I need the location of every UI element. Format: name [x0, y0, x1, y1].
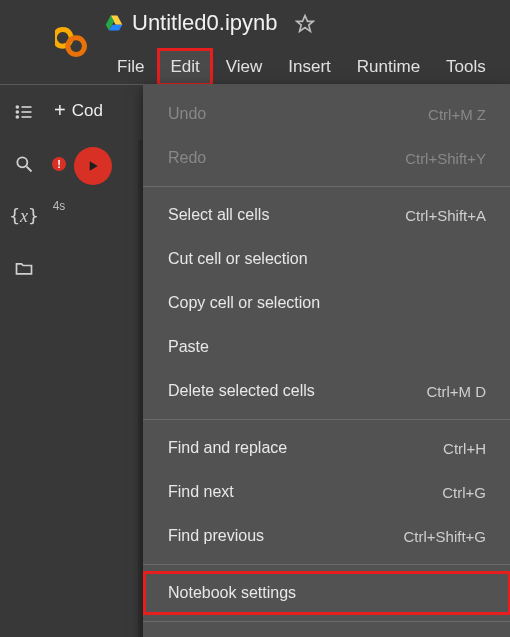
menu-copy[interactable]: Copy cell or selection	[143, 281, 510, 325]
menu-undo[interactable]: Undo Ctrl+M Z	[143, 92, 510, 136]
menu-select-all[interactable]: Select all cells Ctrl+Shift+A	[143, 193, 510, 237]
menu-redo[interactable]: Redo Ctrl+Shift+Y	[143, 136, 510, 180]
svg-point-2	[16, 111, 18, 113]
toc-icon[interactable]	[12, 100, 36, 124]
menu-paste[interactable]: Paste	[143, 325, 510, 369]
menu-clear-outputs[interactable]: Clear all outputs	[143, 628, 510, 637]
svg-marker-8	[296, 16, 313, 32]
cell-gutter: ! 4s	[48, 145, 138, 213]
drive-icon	[104, 13, 124, 33]
menu-tools[interactable]: Tools	[433, 48, 499, 86]
plus-icon: +	[54, 99, 66, 122]
menu-notebook-settings-label: Notebook settings	[168, 584, 296, 602]
exec-duration: 4s	[53, 199, 66, 213]
menu-notebook-settings[interactable]: Notebook settings	[143, 571, 510, 615]
svg-point-4	[16, 116, 18, 118]
menu-find-prev-label: Find previous	[168, 527, 264, 545]
menu-find-replace-label: Find and replace	[168, 439, 287, 457]
menu-find-replace-shortcut: Ctrl+H	[443, 440, 486, 457]
menu-help[interactable]: He	[499, 48, 510, 86]
menu-divider	[143, 419, 510, 420]
menu-undo-shortcut: Ctrl+M Z	[428, 106, 486, 123]
menu-find-replace[interactable]: Find and replace Ctrl+H	[143, 426, 510, 470]
svg-marker-9	[90, 161, 98, 170]
menu-redo-label: Redo	[168, 149, 206, 167]
error-indicator-icon[interactable]: !	[52, 157, 66, 171]
svg-line-7	[27, 167, 32, 172]
menu-undo-label: Undo	[168, 105, 206, 123]
menu-select-all-shortcut: Ctrl+Shift+A	[405, 207, 486, 224]
header: Untitled0.ipynb File Edit View Insert Ru…	[48, 0, 510, 84]
run-cell-button[interactable]	[74, 147, 112, 185]
colab-logo-icon	[55, 22, 95, 62]
menu-find-prev-shortcut: Ctrl+Shift+G	[403, 528, 486, 545]
add-code-button[interactable]: + Cod	[48, 95, 109, 126]
menu-delete-shortcut: Ctrl+M D	[426, 383, 486, 400]
menu-runtime[interactable]: Runtime	[344, 48, 433, 86]
menu-paste-label: Paste	[168, 338, 209, 356]
edit-menu-dropdown: Undo Ctrl+M Z Redo Ctrl+Shift+Y Select a…	[143, 84, 510, 637]
menu-select-all-label: Select all cells	[168, 206, 269, 224]
menu-view[interactable]: View	[213, 48, 276, 86]
menu-delete[interactable]: Delete selected cells Ctrl+M D	[143, 369, 510, 413]
search-icon[interactable]	[12, 152, 36, 176]
menu-find-next-shortcut: Ctrl+G	[442, 484, 486, 501]
menu-find-prev[interactable]: Find previous Ctrl+Shift+G	[143, 514, 510, 558]
folder-icon[interactable]	[12, 256, 36, 280]
menu-divider	[143, 564, 510, 565]
menu-divider	[143, 621, 510, 622]
menu-redo-shortcut: Ctrl+Shift+Y	[405, 150, 486, 167]
left-sidebar: {x}	[0, 0, 48, 637]
menu-copy-label: Copy cell or selection	[168, 294, 320, 312]
menu-cut-label: Cut cell or selection	[168, 250, 308, 268]
menu-find-next[interactable]: Find next Ctrl+G	[143, 470, 510, 514]
toolbar: + Cod	[48, 95, 109, 126]
notebook-title[interactable]: Untitled0.ipynb	[132, 10, 278, 36]
star-icon[interactable]	[294, 12, 316, 34]
svg-point-0	[16, 106, 18, 108]
menu-insert[interactable]: Insert	[275, 48, 344, 86]
variables-icon[interactable]: {x}	[12, 204, 36, 228]
svg-point-6	[17, 157, 27, 167]
menu-find-next-label: Find next	[168, 483, 234, 501]
menu-delete-label: Delete selected cells	[168, 382, 315, 400]
menubar: File Edit View Insert Runtime Tools He	[104, 48, 510, 86]
add-code-label: Cod	[72, 101, 103, 121]
menu-cut[interactable]: Cut cell or selection	[143, 237, 510, 281]
menu-divider	[143, 186, 510, 187]
menu-edit[interactable]: Edit	[157, 48, 212, 86]
menu-file[interactable]: File	[104, 48, 157, 86]
